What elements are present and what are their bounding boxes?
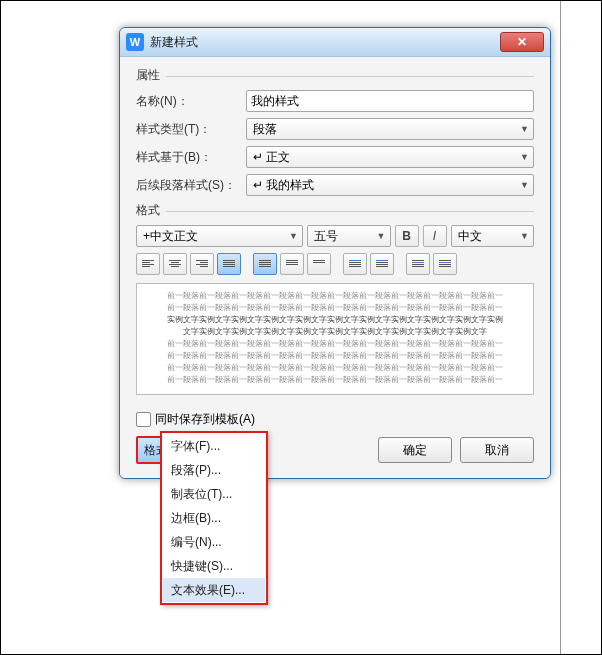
indent-increase-right-icon [439,259,451,269]
app-icon: W [126,33,144,51]
chevron-down-icon: ▼ [289,231,298,241]
indent-increase-left-button[interactable] [370,253,394,275]
save-to-template-label: 同时保存到模板(A) [155,411,255,428]
titlebar[interactable]: W 新建样式 ✕ [120,28,550,57]
linespace-1-icon [259,259,271,269]
group-properties-header: 属性 [136,67,534,86]
ok-button[interactable]: 确定 [378,437,452,463]
linespace-2-button[interactable] [307,253,331,275]
next-label: 后续段落样式(S)： [136,177,246,194]
indent-increase-left-icon [376,259,388,269]
align-justify-icon [223,259,235,269]
based-value: ↵ 正文 [253,149,290,166]
type-value: 段落 [253,121,277,138]
name-input[interactable] [246,90,534,112]
lang-select[interactable]: 中文 ▼ [451,225,535,247]
size-select[interactable]: 五号 ▼ [307,225,391,247]
based-label: 样式基于(B)： [136,149,246,166]
next-value: ↵ 我的样式 [253,177,314,194]
indent-decrease-right-icon [412,259,424,269]
close-icon: ✕ [517,35,527,49]
linespace-1_5-icon [286,259,298,269]
type-select[interactable]: 段落 ▼ [246,118,534,140]
indent-decrease-left-icon [349,259,361,269]
chevron-down-icon: ▼ [520,180,529,190]
bold-button[interactable]: B [395,225,419,247]
divider [166,211,534,212]
chevron-down-icon: ▼ [377,231,386,241]
row-based-on: 样式基于(B)： ↵ 正文 ▼ [136,146,534,168]
font-value: +中文正文 [143,228,198,245]
linespace-1-button[interactable] [253,253,277,275]
preview-line: 前一段落前一段落前一段落前一段落前一段落前一段落前一段落前一段落前一段落前一段落… [143,362,527,374]
format-row-1: +中文正文 ▼ 五号 ▼ B I 中文 ▼ [136,225,534,247]
linespace-1_5-button[interactable] [280,253,304,275]
save-to-template-checkbox[interactable] [136,412,151,427]
name-label: 名称(N)： [136,93,246,110]
based-select[interactable]: ↵ 正文 ▼ [246,146,534,168]
group-properties-label: 属性 [136,67,160,86]
preview-line: 前一段落前一段落前一段落前一段落前一段落前一段落前一段落前一段落前一段落前一段落… [143,374,527,386]
save-to-template-row: 同时保存到模板(A) [136,411,534,428]
preview-box: 前一段落前一段落前一段落前一段落前一段落前一段落前一段落前一段落前一段落前一段落… [136,283,534,395]
format-row-2 [136,253,534,275]
dialog-body: 属性 名称(N)： 样式类型(T)： 段落 ▼ 样式基于(B)： [120,57,550,478]
menu-item-tabs[interactable]: 制表位(T)... [163,482,265,506]
chevron-down-icon: ▼ [520,231,529,241]
menu-item-numbering[interactable]: 编号(N)... [163,530,265,554]
preview-line: 前一段落前一段落前一段落前一段落前一段落前一段落前一段落前一段落前一段落前一段落… [143,302,527,314]
align-left-button[interactable] [136,253,160,275]
align-center-button[interactable] [163,253,187,275]
align-right-icon [196,259,208,269]
format-menu-dropdown: 字体(F)... 段落(P)... 制表位(T)... 边框(B)... 编号(… [160,431,268,605]
chevron-down-icon: ▼ [520,152,529,162]
dialog-title: 新建样式 [150,34,500,51]
next-select[interactable]: ↵ 我的样式 ▼ [246,174,534,196]
align-center-icon [169,259,181,269]
divider [166,76,534,77]
size-value: 五号 [314,228,338,245]
menu-item-shortcut[interactable]: 快捷键(S)... [163,554,265,578]
preview-line: 前一段落前一段落前一段落前一段落前一段落前一段落前一段落前一段落前一段落前一段落… [143,350,527,362]
cancel-button[interactable]: 取消 [460,437,534,463]
row-next-paragraph: 后续段落样式(S)： ↵ 我的样式 ▼ [136,174,534,196]
menu-item-font[interactable]: 字体(F)... [163,434,265,458]
menu-item-paragraph[interactable]: 段落(P)... [163,458,265,482]
font-select[interactable]: +中文正文 ▼ [136,225,303,247]
group-format-header: 格式 [136,202,534,221]
indent-decrease-right-button[interactable] [406,253,430,275]
page-guide-line [560,1,561,654]
align-justify-button[interactable] [217,253,241,275]
indent-decrease-left-button[interactable] [343,253,367,275]
close-button[interactable]: ✕ [500,32,544,52]
align-left-icon [142,259,154,269]
indent-increase-right-button[interactable] [433,253,457,275]
lang-value: 中文 [458,228,482,245]
menu-item-text-effect[interactable]: 文本效果(E)... [163,578,265,602]
group-format-label: 格式 [136,202,160,221]
preview-line: 前一段落前一段落前一段落前一段落前一段落前一段落前一段落前一段落前一段落前一段落… [143,338,527,350]
preview-line: 前一段落前一段落前一段落前一段落前一段落前一段落前一段落前一段落前一段落前一段落… [143,290,527,302]
linespace-2-icon [313,259,325,269]
row-name: 名称(N)： [136,90,534,112]
row-type: 样式类型(T)： 段落 ▼ [136,118,534,140]
menu-item-border[interactable]: 边框(B)... [163,506,265,530]
preview-line: 实例文字实例文字实例文字实例文字实例文字实例文字实例文字实例文字实例文字实例文字… [143,314,527,326]
italic-button[interactable]: I [423,225,447,247]
chevron-down-icon: ▼ [520,124,529,134]
align-right-button[interactable] [190,253,214,275]
preview-line: 文字实例文字实例文字实例文字实例文字实例文字实例文字实例文字实例文字实例文字 [143,326,527,338]
type-label: 样式类型(T)： [136,121,246,138]
new-style-dialog: W 新建样式 ✕ 属性 名称(N)： 样式类型(T)： 段落 ▼ [119,27,551,479]
